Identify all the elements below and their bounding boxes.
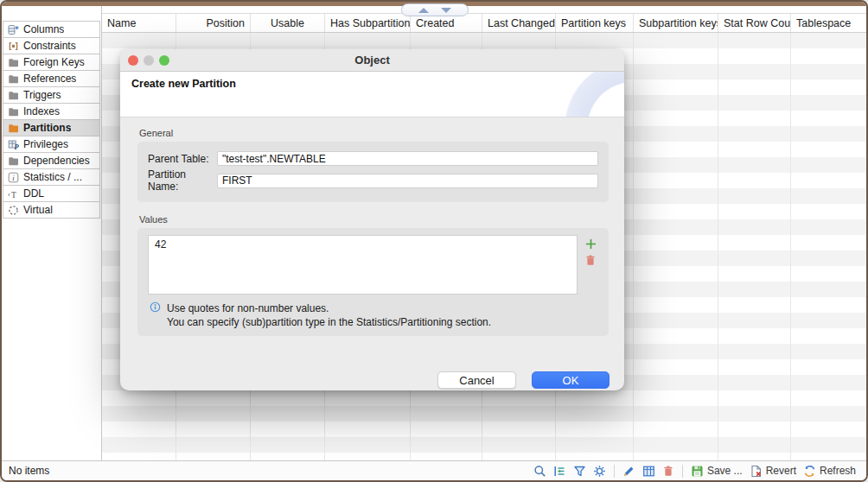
table-cell bbox=[718, 173, 791, 188]
values-list[interactable]: 42 bbox=[148, 235, 578, 295]
table-cell bbox=[791, 33, 866, 48]
table-cell bbox=[791, 313, 866, 328]
table-cell bbox=[634, 126, 718, 142]
settings-button[interactable] bbox=[590, 465, 610, 478]
table-cell bbox=[718, 251, 791, 266]
table-cell bbox=[556, 406, 634, 422]
sidebar-item-columns[interactable]: Columns bbox=[3, 21, 100, 38]
partition-name-label: Partition Name: bbox=[148, 168, 217, 193]
table-cell bbox=[718, 95, 791, 111]
table-header: NamePositionUsableHas SubpartitionsCreat… bbox=[102, 14, 866, 33]
column-header-has-subpartitions[interactable]: Has Subpartitions bbox=[325, 14, 411, 32]
search-button[interactable] bbox=[530, 465, 550, 478]
table-cell bbox=[718, 328, 791, 344]
splitter-collapse-control[interactable] bbox=[401, 3, 469, 16]
table-cell bbox=[634, 406, 718, 422]
table-cell bbox=[791, 344, 866, 359]
sidebar-item-constraints[interactable]: Constraints bbox=[3, 37, 100, 54]
table-cell bbox=[251, 406, 325, 422]
values-list-item[interactable]: 42 bbox=[149, 236, 577, 253]
edit-button[interactable] bbox=[619, 465, 639, 478]
table-cell bbox=[102, 406, 176, 422]
table-cell bbox=[791, 142, 866, 157]
cancel-button[interactable]: Cancel bbox=[437, 371, 516, 389]
table-cell bbox=[634, 79, 718, 95]
table-cell bbox=[102, 437, 176, 453]
table-cell bbox=[791, 79, 866, 95]
collapse-up-icon[interactable] bbox=[418, 8, 429, 13]
table-cell bbox=[791, 437, 866, 453]
grid-button[interactable] bbox=[639, 465, 659, 478]
table-cell bbox=[634, 390, 718, 406]
column-header-created[interactable]: Created bbox=[411, 14, 482, 32]
column-header-last-changed[interactable]: Last Changed bbox=[482, 14, 556, 32]
table-cell bbox=[718, 188, 791, 204]
table-cell bbox=[325, 33, 411, 48]
column-header-usable[interactable]: Usable bbox=[251, 14, 325, 32]
partition-name-input[interactable] bbox=[217, 174, 598, 188]
remove-value-button[interactable] bbox=[584, 254, 597, 267]
gear-icon bbox=[593, 465, 606, 478]
table-cell bbox=[634, 328, 718, 344]
table-row bbox=[102, 453, 866, 460]
ok-button[interactable]: OK bbox=[532, 371, 610, 389]
column-header-position[interactable]: Position bbox=[176, 14, 251, 32]
column-header-partition-keys[interactable]: Partition keys bbox=[556, 14, 634, 32]
table-cell bbox=[634, 297, 718, 313]
revert-button[interactable]: Revert bbox=[746, 465, 800, 478]
values-group: 42 bbox=[137, 228, 609, 336]
table-cell bbox=[325, 406, 411, 422]
save-label: Save ... bbox=[707, 465, 743, 477]
sidebar-item-dependencies[interactable]: Dependencies bbox=[3, 152, 100, 169]
table-row bbox=[102, 33, 866, 48]
table-cell bbox=[634, 142, 718, 157]
svg-text:‹: ‹ bbox=[8, 191, 10, 199]
table-cell bbox=[791, 328, 866, 344]
table-cell bbox=[411, 437, 482, 453]
sidebar-item-partitions[interactable]: Partitions bbox=[3, 119, 100, 136]
status-text: No items bbox=[9, 465, 49, 477]
table-cell bbox=[718, 313, 791, 328]
refresh-button[interactable]: Refresh bbox=[800, 465, 859, 478]
table-cell bbox=[634, 251, 718, 266]
table-cell bbox=[102, 33, 176, 48]
sidebar-item-privileges[interactable]: PPrivileges bbox=[3, 136, 100, 153]
table-cell bbox=[251, 390, 325, 406]
plus-icon bbox=[584, 240, 597, 253]
column-header-tablespace[interactable]: Tablespace bbox=[791, 14, 867, 32]
table-cell bbox=[791, 406, 866, 422]
column-header-stat-row-count[interactable]: Stat Row Count bbox=[718, 14, 791, 32]
folder-icon bbox=[7, 73, 19, 85]
panels-icon bbox=[553, 465, 566, 478]
table-cell bbox=[176, 406, 251, 422]
table-cell bbox=[556, 422, 634, 437]
pencil-icon bbox=[622, 465, 635, 478]
folder-icon bbox=[7, 89, 19, 101]
table-cell bbox=[634, 375, 718, 390]
sidebar-item-ddl[interactable]: ‹TDDL bbox=[3, 185, 100, 202]
column-header-name[interactable]: Name bbox=[102, 14, 176, 32]
table-cell bbox=[634, 204, 718, 219]
add-value-button[interactable] bbox=[584, 238, 597, 251]
info-line-2: You can specify (sub)partition type in t… bbox=[167, 315, 491, 329]
table-cell bbox=[791, 251, 866, 266]
panels-button[interactable] bbox=[550, 465, 570, 478]
sidebar-item-statistics[interactable]: iStatistics / ... bbox=[3, 168, 100, 186]
table-cell bbox=[718, 406, 791, 422]
table-cell bbox=[102, 390, 176, 406]
sidebar-item-virtual[interactable]: Virtual bbox=[3, 201, 100, 219]
statistics-icon: i bbox=[7, 171, 19, 183]
parent-table-input[interactable] bbox=[217, 151, 598, 166]
column-header-subpartition-keys[interactable]: Subpartition keys bbox=[634, 14, 718, 32]
table-cell bbox=[325, 390, 411, 406]
collapse-down-icon[interactable] bbox=[441, 8, 451, 13]
sidebar-item-foreign-keys[interactable]: Foreign Keys bbox=[3, 54, 100, 71]
save-button[interactable]: Save ... bbox=[687, 465, 746, 478]
delete-button[interactable] bbox=[659, 465, 678, 477]
filter-button[interactable] bbox=[570, 465, 590, 478]
dialog-titlebar[interactable]: Object bbox=[120, 49, 624, 72]
sidebar-item-triggers[interactable]: Triggers bbox=[3, 86, 100, 104]
sidebar-item-indexes[interactable]: Indexes bbox=[3, 103, 100, 120]
trash-icon bbox=[584, 256, 597, 269]
sidebar-item-references[interactable]: References bbox=[3, 70, 100, 87]
